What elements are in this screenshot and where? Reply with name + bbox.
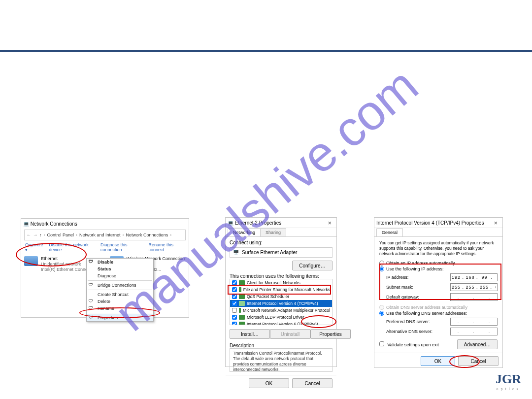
item-label: QoS Packet Scheduler	[247, 294, 289, 299]
list-item: File and Printer Sharing for Microsoft N…	[230, 286, 332, 293]
crumb[interactable]: Network and Internet	[79, 233, 121, 237]
properties-button[interactable]: Properties	[310, 329, 351, 339]
radio-ip-auto[interactable]: Obtain an IP address automatically	[379, 261, 498, 266]
configure-button[interactable]: Configure…	[292, 261, 332, 270]
install-button[interactable]: Install…	[230, 329, 270, 339]
radio-label: Obtain DNS server address automatically	[386, 305, 467, 310]
subnet-mask-input[interactable]	[450, 283, 498, 291]
label-ip: IP address:	[386, 275, 450, 280]
list-item: Client for Microsoft Networks	[230, 279, 332, 286]
close-button[interactable]: ×	[491, 219, 500, 227]
item-check[interactable]	[232, 322, 237, 325]
menu-delete[interactable]: Delete	[87, 298, 153, 305]
organize-menu[interactable]: Organize ▾	[25, 242, 44, 252]
window-title: Network Connections	[31, 221, 77, 227]
item-label: Microsoft LLDP Protocol Driver	[247, 314, 304, 320]
ethernet-properties-window: 💻 Ethernet 2 Properties × Networking Sha…	[225, 217, 337, 367]
connection-icon: 💻	[228, 220, 233, 226]
item-check[interactable]	[232, 280, 237, 285]
validate-checkbox[interactable]	[379, 341, 384, 346]
window-icon: 💻	[23, 221, 29, 227]
radio-input[interactable]	[379, 266, 384, 271]
ipv4-properties-window: Internet Protocol Version 4 (TCP/IPv4) P…	[374, 217, 503, 368]
label-pdns: Preferred DNS server:	[386, 319, 450, 324]
nav-up-icon[interactable]: ↑	[39, 233, 42, 237]
logo-main: JGR	[496, 374, 521, 384]
validate-label: Validate settings upon exit	[388, 342, 439, 347]
item-label: Client for Microsoft Networks	[247, 280, 300, 286]
item-label: Internet Protocol Version 4 (TCP/IPv4)	[247, 300, 318, 306]
nav-fwd-icon[interactable]: →	[33, 233, 37, 237]
titlebar: 💻 Ethernet 2 Properties ×	[226, 218, 336, 228]
uninstall-button: Uninstall	[270, 329, 310, 339]
list-item: QoS Packet Scheduler	[230, 293, 332, 300]
list-item: Microsoft LLDP Protocol Driver	[230, 314, 332, 321]
label-gateway: Default gateway:	[386, 295, 450, 299]
menu-disable[interactable]: Disable	[87, 259, 153, 266]
titlebar: 💻 Network Connections	[21, 219, 189, 229]
item-label: Internet Protocol Version 6 (TCP/IPv6)	[247, 321, 318, 325]
rename-link[interactable]: Rename this connect	[149, 242, 185, 252]
close-button[interactable]: ×	[325, 219, 334, 227]
menu-sep	[88, 290, 152, 290]
item-check[interactable]	[232, 315, 237, 320]
component-icon	[239, 322, 245, 325]
gateway-input[interactable]	[450, 293, 498, 301]
menu-properties[interactable]: Properties	[87, 314, 153, 321]
alternative-dns-input[interactable]	[450, 328, 498, 335]
label-mask: Subnet mask:	[386, 285, 450, 290]
ok-button[interactable]: OK	[249, 378, 289, 388]
crumb[interactable]: Control Panel	[47, 233, 74, 237]
diagnose-link[interactable]: Diagnose this connection	[100, 242, 143, 252]
radio-label: Use the following IP address:	[386, 266, 443, 271]
tab-sharing[interactable]: Sharing	[260, 228, 286, 236]
radio-input[interactable]	[379, 311, 384, 316]
items-list[interactable]: Client for Microsoft Networks File and P…	[230, 279, 332, 325]
context-menu: Disable Status Diagnose Bridge Connectio…	[86, 258, 154, 322]
tabstrip: Networking Sharing	[226, 228, 336, 237]
radio-label: Obtain an IP address automatically	[386, 261, 455, 266]
item-check[interactable]	[232, 301, 237, 306]
cancel-button[interactable]: Cancel	[458, 356, 499, 366]
window-title: Ethernet 2 Properties	[235, 220, 282, 226]
menu-sep	[88, 313, 152, 313]
item-check[interactable]	[232, 294, 237, 299]
ip-address-input[interactable]	[450, 273, 498, 281]
item-check[interactable]	[232, 287, 237, 292]
crumb[interactable]: Network Connections	[126, 233, 168, 237]
component-icon	[239, 287, 241, 292]
radio-input[interactable]	[379, 261, 384, 266]
nav-back-icon[interactable]: ←	[27, 233, 31, 237]
ok-button[interactable]: OK	[421, 356, 455, 366]
item-check[interactable]	[232, 308, 237, 313]
menu-diagnose[interactable]: Diagnose	[87, 272, 153, 279]
cancel-button[interactable]: Cancel	[292, 378, 332, 388]
item-label: Microsoft Network Adapter Multiplexor Pr…	[243, 307, 330, 313]
menu-shortcut[interactable]: Create Shortcut	[87, 291, 153, 298]
menu-rename[interactable]: Rename	[87, 305, 153, 312]
advanced-button[interactable]: Advanced…	[457, 339, 498, 349]
tabstrip: General	[374, 228, 502, 237]
menu-status[interactable]: Status	[87, 266, 153, 272]
radio-dns-auto: Obtain DNS server address automatically	[379, 305, 498, 310]
logo-sub: optics	[496, 384, 521, 394]
list-item: Internet Protocol Version 6 (TCP/IPv6)	[230, 321, 332, 325]
validate-checkbox-row[interactable]: Validate settings upon exit	[379, 341, 439, 347]
list-item: Microsoft Network Adapter Multiplexor Pr…	[230, 307, 332, 314]
page-divider	[0, 50, 532, 52]
tab-networking[interactable]: Networking	[228, 228, 261, 236]
adapter-icon: 🖥️	[233, 250, 239, 255]
radio-dns-manual[interactable]: Use the following DNS server addresses:	[379, 311, 498, 316]
preferred-dns-input[interactable]	[450, 318, 498, 326]
breadcrumb[interactable]: ← → ↑ › Control Panel › Network and Inte…	[24, 230, 186, 240]
adapter-field: 🖥️ Surface Ethernet Adapter	[230, 247, 332, 258]
ethernet-icon	[24, 256, 38, 266]
tab-general[interactable]: General	[376, 228, 403, 236]
label-adns: Alternative DNS server:	[386, 329, 450, 334]
radio-input	[379, 305, 384, 310]
disable-device-link[interactable]: Disable this network device	[49, 242, 96, 252]
radio-ip-manual[interactable]: Use the following IP address:	[379, 266, 498, 271]
menu-bridge[interactable]: Bridge Connections	[87, 282, 153, 289]
component-icon	[239, 315, 245, 320]
item-label: File and Printer Sharing for Microsoft N…	[243, 287, 330, 293]
